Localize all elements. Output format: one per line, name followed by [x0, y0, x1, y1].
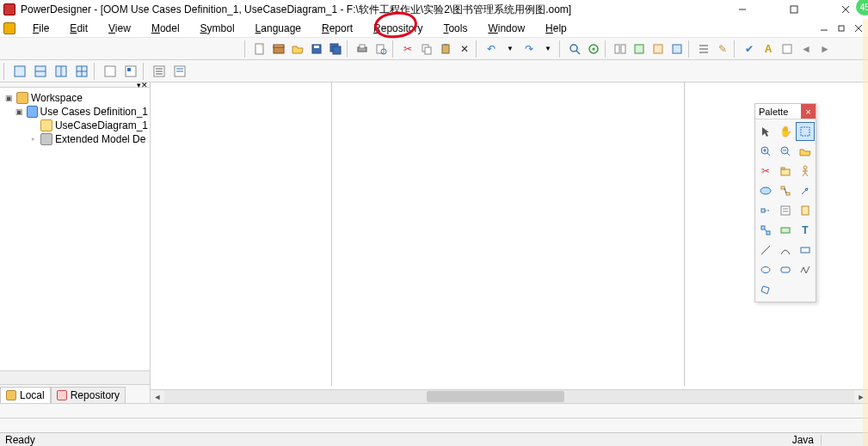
- cut-tool-icon[interactable]: ✂: [756, 162, 775, 180]
- tab-repository[interactable]: Repository: [51, 387, 126, 403]
- view-result-icon[interactable]: [52, 62, 71, 81]
- import-icon[interactable]: [668, 40, 686, 58]
- object-tree[interactable]: ▣ Workspace ▣ Use Cases Definition_1 ▣ U…: [0, 88, 150, 370]
- zoom-out-icon[interactable]: [776, 142, 795, 161]
- actor-icon[interactable]: [796, 162, 815, 180]
- line-icon[interactable]: [756, 241, 775, 260]
- palette-close-icon[interactable]: ×: [801, 104, 816, 119]
- undo-dropdown-icon[interactable]: ▼: [502, 40, 519, 58]
- fill-icon[interactable]: [779, 40, 796, 58]
- mdi-minimize-icon[interactable]: [817, 21, 831, 35]
- browser-hscroll[interactable]: [0, 370, 150, 384]
- bottom-scroll-outer[interactable]: [0, 418, 868, 432]
- properties-icon[interactable]: [585, 40, 602, 58]
- open-icon[interactable]: [289, 40, 306, 58]
- scroll-left-icon[interactable]: ◄: [151, 390, 164, 403]
- file-icon[interactable]: [796, 201, 815, 220]
- view-toolbox-icon[interactable]: [150, 62, 169, 81]
- menu-edit[interactable]: Edit: [61, 21, 96, 36]
- mdi-close-icon[interactable]: [852, 21, 865, 35]
- menu-symbol[interactable]: Symbol: [192, 21, 243, 36]
- menu-window[interactable]: Window: [479, 21, 533, 36]
- redo-icon[interactable]: ↷: [520, 40, 538, 58]
- menu-view[interactable]: View: [100, 21, 139, 36]
- find-icon[interactable]: [566, 40, 583, 58]
- delete-icon[interactable]: ✕: [456, 40, 473, 58]
- menu-help[interactable]: Help: [537, 21, 576, 36]
- menu-report[interactable]: Report: [313, 21, 361, 36]
- edit-icon[interactable]: ✎: [714, 40, 731, 58]
- zoom-in-icon[interactable]: [756, 142, 775, 161]
- arc-icon[interactable]: [776, 241, 795, 260]
- diagram-canvas[interactable]: Palette × ✋ ✂: [151, 82, 868, 403]
- title-icon[interactable]: [776, 221, 795, 240]
- grabber-tool-icon[interactable]: ✋: [776, 122, 795, 141]
- text-style-icon[interactable]: A: [760, 40, 777, 58]
- menu-language[interactable]: Language: [247, 21, 310, 36]
- scroll-thumb[interactable]: [427, 391, 564, 402]
- export-icon[interactable]: [649, 40, 667, 58]
- nav-fwd-icon[interactable]: ►: [816, 40, 834, 58]
- tab-local[interactable]: Local: [0, 387, 51, 403]
- view-objlist-icon[interactable]: [170, 62, 189, 81]
- view-output-icon[interactable]: [31, 62, 50, 81]
- canvas-hscrollbar[interactable]: ◄ ►: [151, 389, 868, 403]
- usecase-icon[interactable]: [756, 181, 775, 200]
- note-icon[interactable]: [776, 201, 795, 220]
- scroll-right-icon[interactable]: ►: [854, 390, 868, 403]
- view-welcome-icon[interactable]: [101, 62, 120, 81]
- undo-icon[interactable]: ↶: [483, 40, 500, 58]
- tree-collapse-icon[interactable]: ▣: [3, 94, 14, 102]
- menu-file[interactable]: File: [24, 21, 58, 36]
- mdi-restore-icon[interactable]: [834, 21, 848, 35]
- view-nav-icon[interactable]: [121, 62, 140, 81]
- svg-rect-92: [781, 267, 790, 272]
- scroll-track[interactable]: [164, 390, 854, 403]
- rectangle-icon[interactable]: [796, 241, 815, 260]
- menu-tools[interactable]: Tools: [434, 21, 476, 36]
- tree-root[interactable]: ▣ Workspace: [2, 91, 148, 105]
- palette-titlebar[interactable]: Palette ×: [755, 104, 816, 119]
- dependency-icon[interactable]: [756, 201, 775, 220]
- tree-expand-icon[interactable]: ▫: [28, 135, 38, 144]
- association-icon[interactable]: [776, 181, 795, 200]
- cut-icon[interactable]: ✂: [399, 40, 416, 58]
- print-icon[interactable]: [354, 40, 371, 58]
- copy-icon[interactable]: [418, 40, 435, 58]
- new-model-icon[interactable]: [270, 40, 287, 58]
- tree-collapse-icon[interactable]: ▣: [15, 107, 24, 116]
- polyline-icon[interactable]: [796, 260, 815, 279]
- lasso-tool-icon[interactable]: [796, 122, 815, 141]
- compare-icon[interactable]: [612, 40, 629, 58]
- tree-diagram[interactable]: ▣ UseCaseDiagram_1: [2, 119, 148, 132]
- save-all-icon[interactable]: [327, 40, 344, 58]
- view-browser-icon[interactable]: [10, 62, 29, 81]
- save-icon[interactable]: [308, 40, 325, 58]
- menu-repository[interactable]: Repository: [365, 21, 431, 36]
- text-icon[interactable]: T: [796, 221, 815, 240]
- tree-ext[interactable]: ▫ Extended Model De: [2, 132, 148, 146]
- view-diagram-icon[interactable]: [72, 62, 91, 81]
- merge-icon[interactable]: [631, 40, 648, 58]
- link-icon[interactable]: [756, 221, 775, 240]
- list-icon[interactable]: [695, 40, 712, 58]
- paste-icon[interactable]: [437, 40, 454, 58]
- maximize-button[interactable]: [775, 0, 813, 19]
- package-icon[interactable]: [776, 162, 795, 180]
- minimize-button[interactable]: [723, 0, 761, 19]
- check-model-icon[interactable]: ✔: [741, 40, 758, 58]
- menu-model[interactable]: Model: [143, 21, 188, 36]
- tree-model[interactable]: ▣ Use Cases Definition_1: [2, 105, 148, 119]
- print-preview-icon[interactable]: [372, 40, 390, 58]
- polygon-icon[interactable]: [756, 280, 775, 299]
- rounded-rect-icon[interactable]: [776, 260, 795, 279]
- redo-dropdown-icon[interactable]: ▼: [539, 40, 557, 58]
- svg-rect-66: [781, 169, 790, 175]
- generalization-icon[interactable]: [796, 181, 815, 200]
- nav-back-icon[interactable]: ◄: [797, 40, 815, 58]
- pointer-tool-icon[interactable]: [756, 122, 775, 141]
- ellipse-icon[interactable]: [756, 260, 775, 279]
- svg-point-68: [803, 166, 807, 169]
- new-icon[interactable]: [251, 40, 268, 58]
- open-diagram-icon[interactable]: [796, 142, 815, 161]
